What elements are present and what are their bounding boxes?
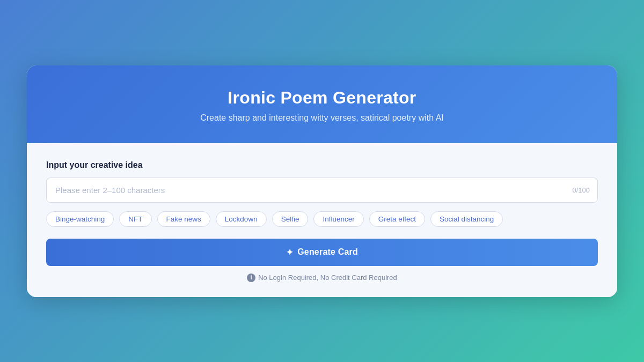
input-wrapper: 0/100 bbox=[46, 178, 598, 203]
info-icon: i bbox=[247, 274, 255, 282]
generate-label: Generate Card bbox=[297, 247, 358, 257]
main-card: Ironic Poem Generator Create sharp and i… bbox=[27, 65, 617, 297]
char-count: 0/100 bbox=[572, 186, 590, 194]
tag-item[interactable]: Selfie bbox=[272, 211, 309, 227]
tag-item[interactable]: Social distancing bbox=[430, 211, 503, 227]
page-title: Ironic Poem Generator bbox=[48, 88, 596, 108]
generate-icon: ✦ bbox=[286, 247, 293, 257]
tag-item[interactable]: Binge-watching bbox=[46, 211, 114, 227]
footer-note: i No Login Required, No Credit Card Requ… bbox=[46, 274, 598, 282]
input-label: Input your creative idea bbox=[46, 160, 598, 170]
tags-row: Binge-watchingNFTFake newsLockdownSelfie… bbox=[46, 211, 598, 227]
tag-item[interactable]: Fake news bbox=[157, 211, 210, 227]
page-subtitle: Create sharp and interesting witty verse… bbox=[48, 113, 596, 123]
tag-item[interactable]: Influencer bbox=[313, 211, 363, 227]
creative-idea-input[interactable] bbox=[47, 178, 597, 202]
tag-item[interactable]: Greta effect bbox=[369, 211, 425, 227]
footer-text: No Login Required, No Credit Card Requir… bbox=[258, 274, 397, 282]
card-body: Input your creative idea 0/100 Binge-wat… bbox=[27, 143, 617, 297]
card-header: Ironic Poem Generator Create sharp and i… bbox=[27, 65, 617, 143]
generate-button[interactable]: ✦ Generate Card bbox=[46, 239, 598, 266]
tag-item[interactable]: NFT bbox=[119, 211, 151, 227]
tag-item[interactable]: Lockdown bbox=[216, 211, 267, 227]
